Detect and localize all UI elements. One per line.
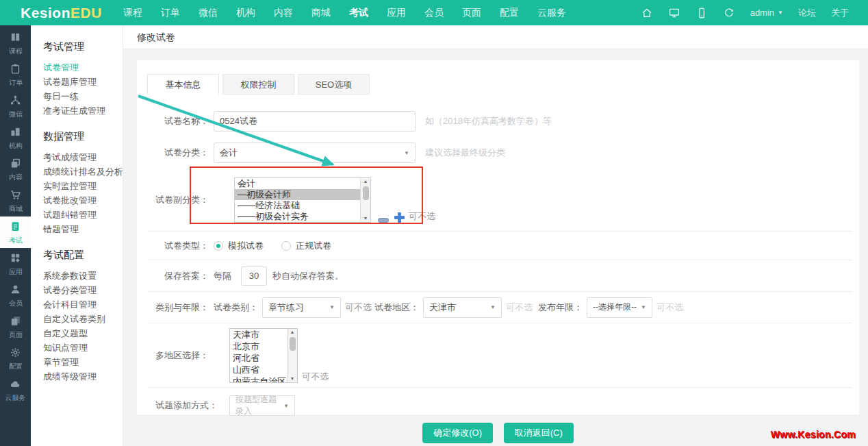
paper-type2-note: 可不选 [345,301,372,314]
nav-item-orders[interactable]: 订单 [161,7,180,19]
rail-item-wechat[interactable]: 微信 [0,90,31,122]
add-method-label: 试题添加方式： [147,399,218,412]
scroll-up-icon[interactable]: ▲ [363,178,368,185]
cloud-icon [10,378,21,392]
sidebar-item-wrong-questions[interactable]: 错题管理 [43,222,123,236]
phone-icon[interactable] [695,7,708,19]
listbox-scrollbar[interactable]: ▲ ▼ [360,178,370,222]
rail-item-mall[interactable]: 商城 [0,185,31,216]
monitor-icon[interactable] [668,7,680,19]
autosave-row: 保存答案： 每隔 秒自动保存答案。 [147,260,852,292]
sidebar-item-custom-question-types[interactable]: 自定义题型 [43,326,123,340]
paper-subcategory-row: 试卷副分类： 会计 —初级会计师 ——经济法基础 ——初级会计实务 ▲ [147,169,852,232]
logo-kesion: Kesion [21,5,71,21]
sidebar-item-paper-categories[interactable]: 试卷分类管理 [43,283,123,297]
remove-subcategory-button[interactable] [378,218,389,223]
nav-item-exam[interactable]: 考试 [349,7,368,19]
tab-permission-control[interactable]: 权限控制 [222,74,294,95]
rail-item-config[interactable]: 配置 [0,343,31,374]
paper-category-label: 试卷分类： [147,147,209,159]
member-icon [10,284,21,297]
rail-item-content[interactable]: 内容 [0,153,31,185]
autosave-interval-input[interactable] [241,267,267,286]
paper-name-input[interactable] [214,111,416,132]
nav-item-members[interactable]: 会员 [424,7,444,19]
scroll-down-icon[interactable]: ▼ [363,215,368,222]
listbox-scrollbar[interactable]: ▲ ▼ [287,329,297,382]
rail-item-orders[interactable]: 订单 [0,59,31,90]
sidebar-item-paper-management[interactable]: 试卷管理 [43,60,123,75]
exam-icon [10,221,21,234]
scroll-up-icon[interactable]: ▲ [290,329,295,336]
listbox-option[interactable]: 会计 [235,178,370,189]
question-add-method-select[interactable]: 按题型逐题录入 ▼ [229,395,295,416]
rail-item-members[interactable]: 会员 [0,280,31,311]
sidebar-item-system-params[interactable]: 系统参数设置 [43,269,123,283]
paper-type-radio-formal[interactable]: 正规试卷 [281,240,331,252]
tab-seo-options[interactable]: SEO选项 [298,74,370,95]
rail-item-exam[interactable]: 考试 [0,216,31,248]
app-logo: KesionEDU [0,5,123,21]
paper-category-select[interactable]: 会计 ▼ [214,143,416,163]
nav-item-organization[interactable]: 机构 [236,7,255,19]
sidebar-item-question-bank[interactable]: 试卷题库管理 [43,75,123,89]
scrollbar-thumb[interactable] [363,186,369,200]
sidebar-item-knowledge-points[interactable]: 知识点管理 [43,340,123,355]
nav-item-cloud[interactable]: 云服务 [537,7,566,19]
listbox-option[interactable]: ——经济法基础 [235,200,370,211]
multi-region-listbox[interactable]: 天津市 北京市 河北省 山西省 内蒙古自治区 ▲ ▼ [229,328,298,383]
rail-item-cloud[interactable]: 云服务 [0,374,31,406]
tab-basic-info[interactable]: 基本信息 [147,74,219,95]
paper-subcategory-listbox[interactable]: 会计 —初级会计师 ——经济法基础 ——初级会计实务 ▲ ▼ [234,177,371,223]
sidebar-item-paper-grading[interactable]: 试卷批改管理 [43,193,123,208]
home-icon[interactable] [641,7,653,19]
paper-name-label: 试卷名称： [147,115,209,127]
sidebar-item-accounting-subjects[interactable]: 会计科目管理 [43,297,123,312]
sidebar-item-chapter-management[interactable]: 章节管理 [43,355,123,369]
nav-item-apps[interactable]: 应用 [387,7,406,19]
nav-item-pages[interactable]: 页面 [462,7,481,19]
listbox-option[interactable]: ——初级会计实务 [235,211,370,222]
sidebar-item-error-correction[interactable]: 试题纠错管理 [43,208,123,222]
confirm-button[interactable]: 确定修改(O) [422,423,493,443]
paper-name-row: 试卷名称： 如（2018年仿真高考数学卷）等 [147,106,852,137]
paper-type-row: 试卷类型： 模拟试卷 正规试卷 [147,232,852,260]
nav-item-mall[interactable]: 商城 [311,7,331,19]
type-and-year-row: 类别与年限： 试卷类别： 章节练习 ▼ 可不选 试卷地区： 天津 [147,292,852,323]
sidebar-item-score-statistics[interactable]: 成绩统计排名及分析 [43,164,123,179]
nav-item-content[interactable]: 内容 [274,7,293,19]
forum-link[interactable]: 论坛 [798,7,816,19]
scrollbar-thumb[interactable] [290,337,296,351]
admin-user-menu[interactable]: admin ▼ [750,8,783,18]
sidebar-item-daily-practice[interactable]: 每日一练 [43,89,123,103]
paper-region-label: 试卷地区： [374,301,419,314]
course-icon [10,32,21,45]
organization-icon [10,126,21,140]
sidebar-item-grade-levels[interactable]: 成绩等级管理 [43,369,123,384]
scroll-down-icon[interactable]: ▼ [290,375,295,382]
chevron-down-icon: ▼ [486,304,496,310]
paper-type2-select[interactable]: 章节练习 ▼ [262,297,341,318]
refresh-icon[interactable] [723,7,735,19]
about-link[interactable]: 关于 [831,7,849,19]
sidebar-item-score-management[interactable]: 考试成绩管理 [43,150,123,164]
chevron-down-icon: ▼ [778,10,783,16]
add-subcategory-button[interactable] [394,212,405,223]
cancel-button[interactable]: 取消返回(C) [504,423,574,443]
rail-item-apps[interactable]: 应用 [0,248,31,280]
chevron-down-icon: ▼ [279,403,289,409]
rail-item-organization[interactable]: 机构 [0,122,31,153]
sidebar-item-admission-ticket[interactable]: 准考证生成管理 [43,103,123,118]
rail-item-pages[interactable]: 页面 [0,311,31,343]
rail-item-courses[interactable]: 课程 [0,27,31,59]
paper-region-note: 可不选 [506,301,533,314]
nav-item-wechat[interactable]: 微信 [199,7,218,19]
listbox-option-selected[interactable]: —初级会计师 [235,189,370,200]
nav-item-config[interactable]: 配置 [500,7,519,19]
nav-item-courses[interactable]: 课程 [123,7,142,19]
paper-type-radio-mock[interactable]: 模拟试卷 [214,240,264,252]
paper-region-select[interactable]: 天津市 ▼ [423,297,502,318]
sidebar-item-realtime-monitor[interactable]: 实时监控管理 [43,179,123,193]
publish-year-select[interactable]: --选择年限-- ▼ [587,297,652,318]
sidebar-item-custom-paper-types[interactable]: 自定义试卷类别 [43,312,123,326]
